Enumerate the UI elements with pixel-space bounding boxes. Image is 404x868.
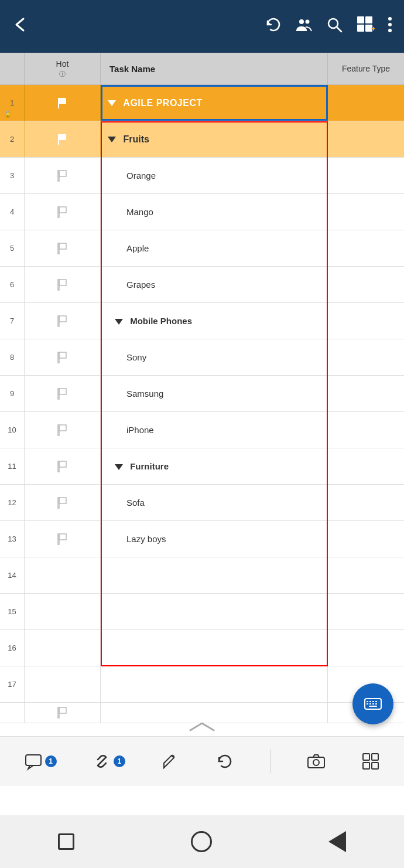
- hot-cell[interactable]: [25, 448, 101, 484]
- grid-icon[interactable]: [356, 15, 375, 38]
- nav-home-button[interactable]: [191, 831, 212, 852]
- flag-icon-inactive[interactable]: [56, 350, 70, 365]
- task-name-cell[interactable]: Sony: [101, 339, 328, 375]
- table-row[interactable]: 1 🔒 AGILE PROJECT: [0, 85, 404, 121]
- row-num-value: 11: [8, 462, 16, 471]
- flag-icon-inactive[interactable]: [56, 459, 70, 474]
- table-row[interactable]: 6 Grapes: [0, 267, 404, 303]
- svg-rect-56: [363, 754, 369, 760]
- task-name-cell[interactable]: Orange: [101, 158, 328, 193]
- feature-type-cell: [328, 121, 404, 157]
- flag-icon-active[interactable]: [56, 132, 70, 147]
- flag-icon-inactive[interactable]: [56, 169, 70, 183]
- hot-cell[interactable]: [25, 485, 101, 520]
- table-row[interactable]: 8 Sony: [0, 339, 404, 376]
- task-name-cell[interactable]: Mango: [101, 194, 328, 230]
- task-name-column-header: Task Name: [101, 53, 328, 84]
- refresh-icon[interactable]: [265, 16, 282, 38]
- table-row[interactable]: 10 iPhone: [0, 412, 404, 448]
- table-row[interactable]: 12 Sofa: [0, 485, 404, 521]
- nav-square-button[interactable]: [58, 833, 74, 850]
- task-name-cell[interactable]: Lazy boys: [101, 521, 328, 557]
- fab-keyboard-button[interactable]: [352, 683, 393, 724]
- task-name-cell[interactable]: Fruits: [101, 121, 328, 157]
- task-name-cell[interactable]: Grapes: [101, 267, 328, 302]
- task-name-cell[interactable]: Samsung: [101, 376, 328, 411]
- task-text: Grapes: [108, 280, 155, 290]
- link-button[interactable]: 1: [93, 752, 125, 771]
- task-text: AGILE PROJECT: [108, 98, 203, 108]
- task-name-cell[interactable]: [101, 666, 328, 702]
- flag-icon-inactive[interactable]: [56, 532, 70, 546]
- back-button[interactable]: [12, 16, 28, 37]
- task-text: iPhone: [108, 425, 154, 435]
- table-row[interactable]: 9 Samsung: [0, 376, 404, 412]
- more-icon[interactable]: [388, 16, 392, 37]
- people-icon[interactable]: [295, 16, 313, 38]
- task-name-cell[interactable]: Furniture: [101, 448, 328, 484]
- svg-rect-54: [308, 757, 324, 768]
- table-row[interactable]: 16: [0, 630, 404, 666]
- hot-cell[interactable]: [25, 521, 101, 557]
- hot-cell[interactable]: [25, 557, 101, 593]
- table-row[interactable]: 4 Mango: [0, 194, 404, 230]
- edit-button[interactable]: [161, 752, 180, 771]
- table-row[interactable]: 17: [0, 666, 404, 703]
- task-name-cell[interactable]: Apple: [101, 230, 328, 266]
- action-bar-divider: [271, 750, 271, 773]
- table-row[interactable]: 5 Apple: [0, 230, 404, 267]
- task-name-cell[interactable]: [101, 594, 328, 629]
- row-num-value: 9: [10, 389, 14, 398]
- camera-button[interactable]: [307, 752, 326, 771]
- task-name-cell[interactable]: Mobile Phones: [101, 303, 328, 339]
- task-name-cell[interactable]: iPhone: [101, 412, 328, 448]
- hot-cell[interactable]: [25, 412, 101, 448]
- flag-icon-inactive[interactable]: [56, 278, 70, 292]
- search-icon[interactable]: [326, 16, 343, 38]
- hot-cell[interactable]: [25, 630, 101, 666]
- nav-back-button[interactable]: [328, 831, 346, 852]
- comment-button[interactable]: 1: [24, 752, 57, 771]
- hot-cell[interactable]: [25, 230, 101, 266]
- flag-icon-inactive[interactable]: [56, 387, 70, 401]
- flag-icon-inactive[interactable]: [56, 314, 70, 328]
- table-row[interactable]: 13 Lazy boys: [0, 521, 404, 557]
- flag-icon-inactive[interactable]: [56, 496, 70, 510]
- table-row[interactable]: 11 Furniture: [0, 448, 404, 485]
- task-name-cell[interactable]: AGILE PROJECT: [101, 85, 328, 121]
- svg-rect-5: [365, 16, 372, 23]
- svg-rect-44: [372, 701, 374, 702]
- comment-icon: [24, 752, 43, 771]
- flag-icon-active[interactable]: [56, 96, 70, 110]
- table-row[interactable]: 2 Fruits: [0, 121, 404, 158]
- hot-cell[interactable]: [25, 267, 101, 302]
- table-row[interactable]: 15: [0, 594, 404, 630]
- hot-cell[interactable]: [25, 121, 101, 157]
- flag-icon-inactive[interactable]: [56, 423, 70, 437]
- hot-cell[interactable]: [25, 666, 101, 702]
- table-row[interactable]: 7 Mobile Phones: [0, 303, 404, 339]
- row-num-value: 5: [10, 244, 14, 253]
- hot-cell[interactable]: [25, 158, 101, 193]
- hot-cell[interactable]: [25, 376, 101, 411]
- hot-cell[interactable]: [25, 339, 101, 375]
- hot-cell[interactable]: [25, 594, 101, 629]
- flag-icon-inactive[interactable]: [56, 205, 70, 219]
- task-name-cell[interactable]: [101, 557, 328, 593]
- task-name-cell[interactable]: Sofa: [101, 485, 328, 520]
- hot-cell[interactable]: [25, 303, 101, 339]
- task-name-cell[interactable]: [101, 630, 328, 666]
- svg-marker-34: [59, 461, 66, 467]
- feature-type-label: Feature Type: [342, 64, 390, 73]
- table-row[interactable]: 14: [0, 557, 404, 594]
- top-bar: [0, 0, 404, 53]
- hot-cell[interactable]: [25, 85, 101, 121]
- task-text: Sofa: [108, 498, 145, 508]
- row-num-value: 13: [8, 535, 16, 543]
- history-button[interactable]: [215, 752, 234, 771]
- feature-type-cell: [328, 85, 404, 121]
- table-row[interactable]: 3 Orange: [0, 158, 404, 194]
- hot-cell[interactable]: [25, 194, 101, 230]
- layout-button[interactable]: [361, 752, 380, 771]
- flag-icon-inactive[interactable]: [56, 241, 70, 256]
